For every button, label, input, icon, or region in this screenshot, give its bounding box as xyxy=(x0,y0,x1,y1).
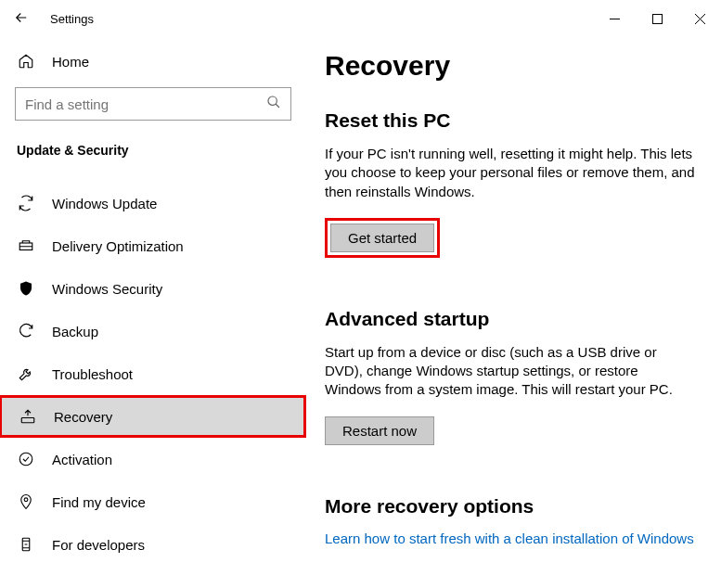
search-box[interactable] xyxy=(15,87,291,121)
content-area: Home Update & Security Windows Update De… xyxy=(0,37,721,588)
minimize-button[interactable] xyxy=(593,0,636,37)
sidebar-item-windows-update[interactable]: Windows Update xyxy=(0,182,306,224)
backup-icon xyxy=(17,323,35,339)
location-icon xyxy=(17,493,35,510)
sidebar-item-troubleshoot[interactable]: Troubleshoot xyxy=(0,352,306,395)
developers-icon xyxy=(17,536,35,553)
reset-section-title: Reset this PC xyxy=(325,109,697,132)
sync-icon xyxy=(17,195,35,211)
sidebar-item-label: Find my device xyxy=(52,494,146,510)
svg-point-4 xyxy=(19,453,32,466)
shield-icon xyxy=(17,280,35,297)
sidebar-item-delivery-optimization[interactable]: Delivery Optimization xyxy=(0,224,306,267)
advanced-section-title: Advanced startup xyxy=(325,308,697,330)
more-options-title: More recovery options xyxy=(325,495,697,518)
main-panel: Recovery Reset this PC If your PC isn't … xyxy=(306,37,721,588)
page-title: Recovery xyxy=(325,50,697,82)
delivery-icon xyxy=(17,237,35,254)
sidebar-item-label: Recovery xyxy=(54,409,112,425)
sidebar-item-label: Activation xyxy=(52,452,112,467)
learn-fresh-install-link[interactable]: Learn how to start fresh with a clean in… xyxy=(325,530,694,546)
search-icon xyxy=(266,95,281,113)
svg-point-1 xyxy=(268,96,277,105)
sidebar-item-label: Windows Update xyxy=(52,196,157,211)
check-circle-icon xyxy=(17,451,35,467)
sidebar: Home Update & Security Windows Update De… xyxy=(0,37,306,588)
sidebar-item-label: Backup xyxy=(52,324,98,339)
home-button[interactable]: Home xyxy=(0,41,306,82)
back-button[interactable] xyxy=(13,9,32,28)
recovery-icon xyxy=(19,408,37,425)
window-controls xyxy=(593,0,721,37)
sidebar-item-windows-security[interactable]: Windows Security xyxy=(0,267,306,310)
restart-now-button[interactable]: Restart now xyxy=(325,416,434,445)
sidebar-item-for-developers[interactable]: For developers xyxy=(0,523,306,566)
search-input[interactable] xyxy=(25,96,266,112)
sidebar-item-find-my-device[interactable]: Find my device xyxy=(0,480,306,523)
sidebar-item-backup[interactable]: Backup xyxy=(0,310,306,352)
sidebar-item-recovery[interactable]: Recovery xyxy=(0,395,306,438)
sidebar-item-label: Delivery Optimization xyxy=(52,238,184,254)
maximize-button[interactable] xyxy=(636,0,678,37)
wrench-icon xyxy=(17,365,35,382)
home-icon xyxy=(17,53,35,70)
close-button[interactable] xyxy=(678,0,721,37)
reset-section-text: If your PC isn't running well, resetting… xyxy=(325,145,697,201)
sidebar-item-label: Troubleshoot xyxy=(52,366,133,382)
sidebar-item-label: Windows Security xyxy=(52,281,162,297)
advanced-section-text: Start up from a device or disc (such as … xyxy=(325,343,697,400)
category-header: Update & Security xyxy=(0,135,306,163)
home-label: Home xyxy=(52,54,89,70)
get-started-button[interactable]: Get started xyxy=(330,224,434,252)
svg-rect-0 xyxy=(652,14,662,23)
titlebar: Settings xyxy=(0,0,721,37)
sidebar-item-label: For developers xyxy=(52,537,145,553)
window-title: Settings xyxy=(50,12,593,26)
svg-rect-3 xyxy=(21,418,34,423)
svg-point-5 xyxy=(24,498,28,502)
highlight-annotation: Get started xyxy=(325,218,440,258)
sidebar-item-activation[interactable]: Activation xyxy=(0,438,306,480)
